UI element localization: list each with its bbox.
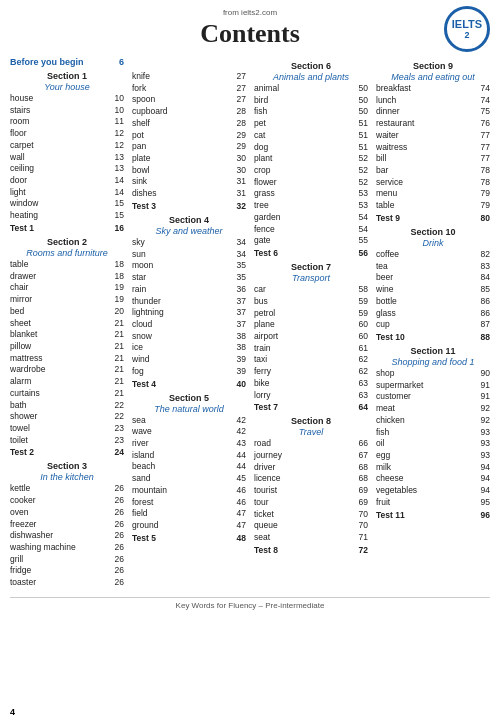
list-item: fish93 [376,427,490,439]
list-item: snow38 [132,331,246,343]
list-item: cheese94 [376,473,490,485]
section-6-header: Section 6 [254,61,368,71]
list-item: ticket70 [254,509,368,521]
list-item: bird50 [254,95,368,107]
section-8-header: Section 8 [254,416,368,426]
col3-entries-1: animal50 bird50 fish50 pet51 cat51 dog51… [254,83,368,247]
list-item: chair19 [10,282,124,294]
list-item: gate55 [254,235,368,247]
list-item: cooker26 [10,495,124,507]
col2-entries-2: sky34 sun34 moon35 star35 rain36 thunder… [132,237,246,378]
list-item: star35 [132,272,246,284]
list-item: blanket21 [10,329,124,341]
list-item: table79 [376,200,490,212]
list-item: wall13 [10,152,124,164]
list-item: road66 [254,438,368,450]
sky-weather-header: Sky and weather [132,226,246,236]
col3-entries-3: road66 journey67 driver68 licence68 tour… [254,438,368,543]
list-item: island44 [132,450,246,462]
page-number: 4 [10,707,15,717]
test-4: Test 440 [132,379,246,389]
list-item: alarm21 [10,376,124,388]
list-item: shop90 [376,368,490,380]
page-title: Contents [10,19,490,49]
list-item: mattress21 [10,353,124,365]
section-7-header: Section 7 [254,262,368,272]
list-item: drawer18 [10,271,124,283]
list-item: tour69 [254,497,368,509]
list-item: meat92 [376,403,490,415]
meals-eating-header: Meals and eating out [376,72,490,82]
list-item: wine85 [376,284,490,296]
list-item: bed20 [10,306,124,318]
list-item: shelf28 [132,118,246,130]
list-item: milk94 [376,462,490,474]
list-item: moon35 [132,260,246,272]
list-item: beer84 [376,272,490,284]
list-item: mountain46 [132,485,246,497]
list-item: restaurant76 [376,118,490,130]
list-item: lorry63 [254,390,368,402]
list-item: dishes31 [132,188,246,200]
list-item: crop52 [254,165,368,177]
list-item: tree53 [254,200,368,212]
list-item: garden54 [254,212,368,224]
list-item: river43 [132,438,246,450]
before-you-begin: Before you begin 6 [10,57,124,67]
column-4: Section 9 Meals and eating out breakfast… [372,57,490,589]
travel-header: Travel [254,427,368,437]
list-item: toaster26 [10,577,124,589]
list-item: egg93 [376,450,490,462]
list-item: sheet21 [10,318,124,330]
before-you-begin-label: Before you begin [10,57,84,67]
col2-entries-1: knife27 fork27 spoon27 cupboard28 shelf2… [132,71,246,200]
list-item: cloud37 [132,319,246,331]
list-item: bottle86 [376,296,490,308]
section-4-header: Section 4 [132,215,246,225]
section-10-header: Section 10 [376,227,490,237]
list-item: fog39 [132,366,246,378]
list-item: pillow21 [10,341,124,353]
list-item: sink31 [132,176,246,188]
transport-header: Transport [254,273,368,283]
list-item: supermarket91 [376,380,490,392]
list-item: bill77 [376,153,490,165]
list-item: fish50 [254,106,368,118]
list-item: pot29 [132,130,246,142]
your-house-header: Your house [10,82,124,92]
list-item: plate30 [132,153,246,165]
list-item: fruit95 [376,497,490,509]
col4-entries-2: coffee82 tea83 beer84 wine85 bottle86 gl… [376,249,490,331]
list-item: journey67 [254,450,368,462]
list-item: thunder37 [132,296,246,308]
column-2: knife27 fork27 spoon27 cupboard28 shelf2… [128,57,250,589]
list-item: service78 [376,177,490,189]
list-item: airport60 [254,331,368,343]
list-item: menu79 [376,188,490,200]
ielts-logo: IELTS 2 [444,6,490,52]
list-item: dog51 [254,142,368,154]
list-item: dinner75 [376,106,490,118]
test-5: Test 548 [132,533,246,543]
list-item: glass86 [376,308,490,320]
list-item: waiter77 [376,130,490,142]
list-item: bus59 [254,296,368,308]
list-item: fence54 [254,224,368,236]
list-item: seat71 [254,532,368,544]
list-item: chicken92 [376,415,490,427]
section-5-header: Section 5 [132,393,246,403]
list-item: tourist69 [254,485,368,497]
list-item: rain36 [132,284,246,296]
list-item: mirror19 [10,294,124,306]
page: from ielts2.com IELTS 2 Contents Before … [0,0,500,725]
logo-num: 2 [464,30,469,40]
drink-header: Drink [376,238,490,248]
section-3-header: Section 3 [10,461,124,471]
test-6: Test 656 [254,248,368,258]
natural-world-header: The natural world [132,404,246,414]
animals-plants-header: Animals and plants [254,72,368,82]
list-item: breakfast74 [376,83,490,95]
list-item: wave42 [132,426,246,438]
list-item: pan29 [132,141,246,153]
from-line: from ielts2.com [10,8,490,17]
